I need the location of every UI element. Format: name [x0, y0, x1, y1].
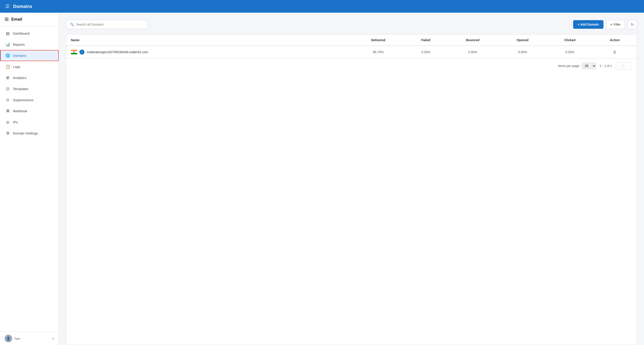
col-header-bounced: Bounced — [447, 35, 498, 46]
table-container: Name Delivered Failed Bounced Opened Cli… — [66, 34, 637, 345]
col-header-delivered: Delivered — [352, 35, 405, 46]
body-layout: ⊞ Email ▤ Dashboard 📊 Reports 🌐 Domains … — [0, 13, 644, 345]
reports-icon: 📊 — [5, 42, 10, 47]
domain-settings-icon: ⚙ — [5, 131, 10, 136]
sidebar-nav: ▤ Dashboard 📊 Reports 🌐 Domains 📋 Logs ⊞… — [0, 26, 59, 332]
sidebar-label-domain-settings: Domain Settings — [13, 131, 38, 135]
add-domain-button[interactable]: + Add Domain — [573, 20, 604, 29]
next-page-button[interactable]: › — [624, 62, 631, 70]
main-content: 🔍 + Add Domain ≡ Filter ↻ Name — [59, 13, 644, 345]
analytics-icon: ⊞ — [5, 76, 10, 80]
filter-icon: ≡ — [610, 23, 612, 26]
sidebar-label-ips: IPs — [13, 120, 18, 124]
sidebar-label-logs: Logs — [13, 65, 20, 68]
sidebar-item-analytics[interactable]: ⊞ Analytics — [0, 72, 59, 83]
cell-clicked: 0.00% — [546, 46, 593, 58]
sidebar-app-header: ⊞ Email — [0, 13, 59, 26]
sidebar-label-reports: Reports — [13, 42, 25, 46]
sidebar-item-domain-settings[interactable]: ⚙ Domain Settings — [0, 128, 59, 139]
filter-label: Filter — [614, 23, 621, 26]
toolbar-actions: + Add Domain ≡ Filter ↻ — [573, 20, 637, 29]
page-info: 1 - 1 of 1 — [600, 64, 612, 68]
sidebar-label-analytics: Analytics — [13, 76, 26, 80]
search-icon: 🔍 — [70, 22, 74, 26]
sidebar-item-ips[interactable]: ◎ IPs — [0, 116, 59, 128]
sidebar-label-dashboard: Dashboard — [13, 32, 30, 35]
cell-failed: 0.00% — [405, 46, 447, 58]
sidebar-item-dashboard[interactable]: ▤ Dashboard — [0, 28, 59, 39]
sidebar-label-templates: Templates — [13, 87, 28, 91]
delete-button[interactable]: 🗑 — [613, 50, 617, 54]
sidebar-item-templates[interactable]: ⊡ Templates — [0, 83, 59, 94]
user-name: Apix — [14, 337, 20, 340]
cell-bounced: 0.00% — [447, 46, 498, 58]
toolbar: 🔍 + Add Domain ≡ Filter ↻ — [66, 20, 637, 29]
sidebar-footer: 👤 Apix ∧ — [0, 332, 59, 345]
templates-icon: ⊡ — [5, 86, 10, 91]
cell-delivered: 98.70% — [352, 46, 405, 58]
domains-icon: 🌐 — [5, 53, 10, 58]
cell-action: 🗑 — [593, 46, 636, 58]
table-header-row: Name Delivered Failed Bounced Opened Cli… — [66, 35, 636, 46]
page-title: Domains — [13, 4, 32, 9]
col-header-failed: Failed — [405, 35, 447, 46]
grid-icon: ⊞ — [4, 16, 8, 22]
menu-icon[interactable]: ☰ — [6, 4, 10, 9]
pagination-bar: Items per page: 10 25 50 100 1 - 1 of 1 … — [66, 58, 636, 73]
webhook-icon: ⌘ — [5, 109, 10, 114]
avatar: 👤 — [4, 334, 12, 342]
suppressions-icon: ⊙ — [5, 98, 10, 102]
refresh-button[interactable]: ↻ — [628, 20, 637, 29]
table-row: ✓ maileralexapix162706158449.mailer91.co… — [66, 46, 636, 58]
cell-opened: 0.00% — [498, 46, 546, 58]
search-input[interactable] — [76, 23, 144, 26]
col-header-name: Name — [66, 35, 352, 46]
domain-text: maileralexapix162706158449.mailer91.com — [87, 50, 148, 54]
items-per-page-label: Items per page: — [558, 64, 580, 68]
sidebar-item-reports[interactable]: 📊 Reports — [0, 39, 59, 50]
top-header: ☰ Domains — [0, 0, 644, 13]
per-page-select[interactable]: 10 25 50 100 — [582, 63, 596, 69]
sidebar-item-suppressions[interactable]: ⊙ Suppressions — [0, 94, 59, 106]
domains-table: Name Delivered Failed Bounced Opened Cli… — [66, 35, 636, 58]
sidebar-label-webhook: Webhook — [13, 109, 27, 113]
logs-icon: 📋 — [5, 64, 10, 69]
col-header-clicked: Clicked — [546, 35, 593, 46]
ips-icon: ◎ — [5, 120, 10, 124]
user-info: 👤 Apix — [4, 334, 20, 342]
search-box[interactable]: 🔍 — [66, 20, 148, 29]
sidebar-label-suppressions: Suppressions — [13, 98, 34, 102]
prev-page-button[interactable]: ‹ — [616, 62, 623, 70]
col-header-opened: Opened — [498, 35, 546, 46]
sidebar: ⊞ Email ▤ Dashboard 📊 Reports 🌐 Domains … — [0, 13, 59, 345]
avatar-icon: 👤 — [6, 336, 11, 341]
sidebar-label-domains: Domains — [13, 54, 26, 58]
sidebar-item-domains[interactable]: 🌐 Domains — [0, 50, 59, 61]
chevron-up-icon[interactable]: ∧ — [52, 336, 54, 340]
sidebar-item-logs[interactable]: 📋 Logs — [0, 61, 59, 72]
domain-name-cell: ✓ maileralexapix162706158449.mailer91.co… — [66, 46, 352, 58]
page-nav: ‹ › — [616, 62, 631, 70]
items-per-page: Items per page: 10 25 50 100 — [558, 63, 596, 69]
verified-icon: ✓ — [80, 50, 84, 54]
app-name: Email — [11, 17, 22, 22]
filter-button[interactable]: ≡ Filter — [606, 20, 625, 29]
india-flag-icon — [71, 50, 77, 54]
col-header-action: Action — [593, 35, 636, 46]
refresh-icon: ↻ — [631, 22, 634, 27]
dashboard-icon: ▤ — [5, 31, 10, 36]
sidebar-item-webhook[interactable]: ⌘ Webhook — [0, 106, 59, 116]
